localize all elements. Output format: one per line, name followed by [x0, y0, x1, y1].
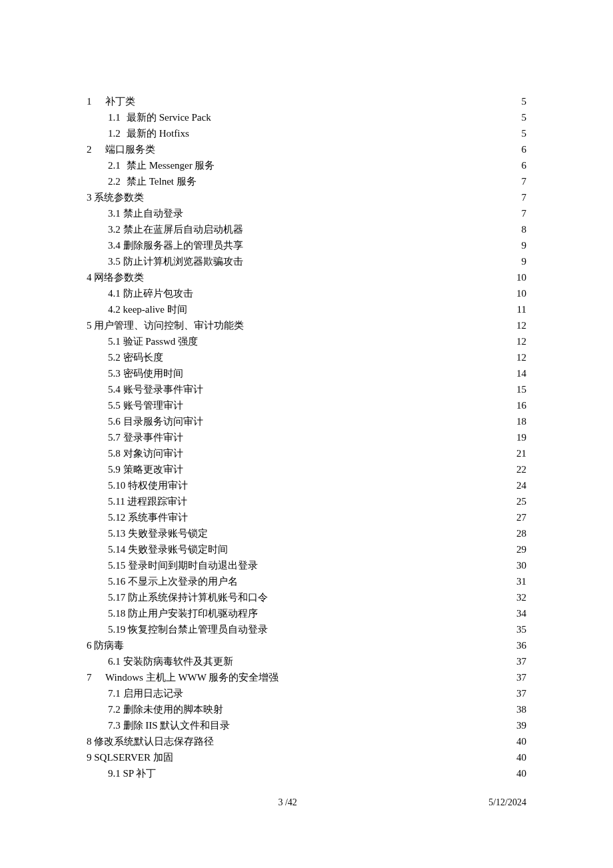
- toc-entry[interactable]: 5.8 对象访问审计21: [87, 445, 526, 461]
- toc-page: 19: [515, 429, 526, 445]
- toc-entry[interactable]: 3.2 禁止在蓝屏后自动启动机器8: [87, 221, 526, 237]
- toc-page: 32: [515, 589, 526, 605]
- toc-entry[interactable]: 3.5 防止计算机浏览器欺骗攻击9: [87, 253, 526, 269]
- toc-page: 12: [515, 333, 526, 349]
- toc-entry[interactable]: 2.1禁止 Messenger 服务6: [87, 157, 526, 173]
- toc-title: 4.1 防止碎片包攻击: [108, 285, 193, 301]
- toc-title: 9.1 SP 补丁: [108, 765, 156, 781]
- toc-title: 5.10 特权使用审计: [108, 477, 188, 493]
- toc-title: 7.2 删除未使用的脚本映射: [108, 701, 223, 717]
- toc-page: 24: [515, 477, 526, 493]
- toc-title: Windows 主机上 WWW 服务的安全增强: [105, 669, 279, 685]
- toc-page: 18: [515, 413, 526, 429]
- toc-entry[interactable]: 6 防病毒36: [87, 637, 526, 653]
- toc-page: 8: [520, 221, 527, 237]
- toc-page: 15: [515, 381, 526, 397]
- toc-entry[interactable]: 5.14 失败登录账号锁定时间29: [87, 541, 526, 557]
- toc-entry[interactable]: 5.4 账号登录事件审计15: [87, 381, 526, 397]
- toc-entry[interactable]: 4.1 防止碎片包攻击10: [87, 285, 526, 301]
- toc-page: 9: [520, 237, 527, 253]
- toc-page: 21: [515, 445, 526, 461]
- toc-num: 2.1: [108, 157, 127, 173]
- toc-num: 1: [87, 93, 105, 109]
- toc-page: 5: [520, 125, 527, 141]
- toc-title: 5.11 进程跟踪审计: [108, 493, 187, 509]
- toc-title: 5.18 防止用户安装打印机驱动程序: [108, 605, 258, 621]
- toc-entry[interactable]: 2端口服务类6: [87, 141, 526, 157]
- toc-title: 6 防病毒: [87, 637, 124, 653]
- toc-entry[interactable]: 5 用户管理、访问控制、审计功能类12: [87, 317, 526, 333]
- toc-entry[interactable]: 5.15 登录时间到期时自动退出登录30: [87, 557, 526, 573]
- toc-num: 7: [87, 669, 105, 685]
- toc-page: 40: [515, 733, 526, 749]
- page-date: 5/12/2024: [488, 797, 526, 808]
- toc-entry[interactable]: 5.1 验证 Passwd 强度12: [87, 333, 526, 349]
- toc-page: 14: [515, 365, 526, 381]
- toc-title: 5 用户管理、访问控制、审计功能类: [87, 317, 244, 333]
- toc-entry[interactable]: 5.11 进程跟踪审计25: [87, 493, 526, 509]
- toc-entry[interactable]: 3 系统参数类7: [87, 189, 526, 205]
- page-footer: 3 /42 5/12/2024: [87, 797, 526, 808]
- toc-entry[interactable]: 2.2禁止 Telnet 服务7: [87, 173, 526, 189]
- toc-entry[interactable]: 5.9 策略更改审计22: [87, 461, 526, 477]
- toc-entry[interactable]: 7.3 删除 IIS 默认文件和目录39: [87, 717, 526, 733]
- toc-title: 3 系统参数类: [87, 189, 144, 205]
- toc-entry[interactable]: 7Windows 主机上 WWW 服务的安全增强37: [87, 669, 526, 685]
- toc-title: 5.17 防止系统保持计算机账号和口令: [108, 589, 268, 605]
- toc-title: 5.16 不显示上次登录的用户名: [108, 573, 238, 589]
- toc-entry[interactable]: 7.1 启用日志记录37: [87, 685, 526, 701]
- toc-page: 10: [515, 269, 526, 285]
- toc-title: 5.9 策略更改审计: [108, 461, 183, 477]
- toc-entry[interactable]: 5.16 不显示上次登录的用户名31: [87, 573, 526, 589]
- toc-title: 最新的 Service Pack: [127, 109, 211, 125]
- toc-entry[interactable]: 4.2 keep-alive 时间11: [87, 301, 526, 317]
- toc-page: 39: [515, 717, 526, 733]
- toc-num: 2.2: [108, 173, 127, 189]
- toc-entry[interactable]: 3.1 禁止自动登录7: [87, 205, 526, 221]
- toc-title: 5.1 验证 Passwd 强度: [108, 333, 198, 349]
- toc-title: 8 修改系统默认日志保存路径: [87, 733, 214, 749]
- toc-entry[interactable]: 5.10 特权使用审计24: [87, 477, 526, 493]
- toc-entry[interactable]: 9.1 SP 补丁40: [87, 765, 526, 781]
- toc-title: 3.4 删除服务器上的管理员共享: [108, 237, 243, 253]
- toc-entry[interactable]: 5.3 密码使用时间14: [87, 365, 526, 381]
- toc-title: 补丁类: [105, 93, 135, 109]
- toc-entry[interactable]: 1.1最新的 Service Pack5: [87, 109, 526, 125]
- toc-page: 35: [515, 621, 526, 637]
- toc-page: 7: [520, 205, 527, 221]
- toc-entry[interactable]: 5.5 账号管理审计16: [87, 397, 526, 413]
- toc-entry[interactable]: 6.1 安装防病毒软件及其更新37: [87, 653, 526, 669]
- toc-entry[interactable]: 5.19 恢复控制台禁止管理员自动登录35: [87, 621, 526, 637]
- toc-entry[interactable]: 5.2 密码长度12: [87, 349, 526, 365]
- toc-page: 7: [520, 189, 527, 205]
- toc-num: 1.1: [108, 109, 127, 125]
- toc-page: 25: [515, 493, 526, 509]
- toc-entry[interactable]: 5.6 目录服务访问审计18: [87, 413, 526, 429]
- toc-title: 禁止 Telnet 服务: [127, 173, 197, 189]
- toc-title: 4 网络参数类: [87, 269, 144, 285]
- toc-entry[interactable]: 4 网络参数类10: [87, 269, 526, 285]
- toc-entry[interactable]: 5.18 防止用户安装打印机驱动程序34: [87, 605, 526, 621]
- toc-page: 5: [520, 93, 527, 109]
- toc-entry[interactable]: 5.17 防止系统保持计算机账号和口令32: [87, 589, 526, 605]
- toc-entry[interactable]: 1.2最新的 Hotfixs5: [87, 125, 526, 141]
- toc-page: 6: [520, 157, 527, 173]
- toc-entry[interactable]: 5.7 登录事件审计19: [87, 429, 526, 445]
- toc-title: 5.14 失败登录账号锁定时间: [108, 541, 228, 557]
- toc-entry[interactable]: 1补丁类5: [87, 93, 526, 109]
- toc-title: 5.4 账号登录事件审计: [108, 381, 203, 397]
- toc-entry[interactable]: 3.4 删除服务器上的管理员共享9: [87, 237, 526, 253]
- toc-entry[interactable]: 7.2 删除未使用的脚本映射38: [87, 701, 526, 717]
- toc-num: 1.2: [108, 125, 127, 141]
- toc-page: 10: [515, 285, 526, 301]
- toc-page: 31: [515, 573, 526, 589]
- toc-title: 5.6 目录服务访问审计: [108, 413, 203, 429]
- toc-title: 5.15 登录时间到期时自动退出登录: [108, 557, 258, 573]
- toc-entry[interactable]: 5.13 失败登录账号锁定28: [87, 525, 526, 541]
- toc-page: 37: [515, 653, 526, 669]
- toc-entry[interactable]: 5.12 系统事件审计27: [87, 509, 526, 525]
- toc-entry[interactable]: 9 SQLSERVER 加固40: [87, 749, 526, 765]
- toc-entry[interactable]: 8 修改系统默认日志保存路径40: [87, 733, 526, 749]
- toc-title: 5.2 密码长度: [108, 349, 163, 365]
- toc-page: 38: [515, 701, 526, 717]
